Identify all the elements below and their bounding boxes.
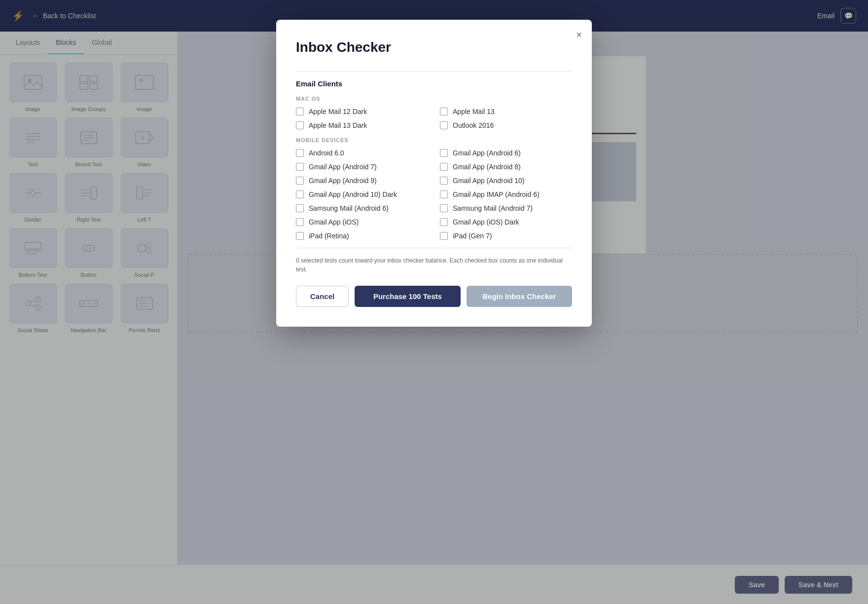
- checkbox-apple-mail-13[interactable]: [440, 108, 448, 115]
- checkbox-outlook-2016[interactable]: [440, 121, 448, 129]
- checkbox-gmail-ios[interactable]: [296, 218, 304, 226]
- checkbox-apple-mail-12-dark[interactable]: [296, 108, 304, 115]
- checkbox-gmail-android-6[interactable]: [440, 149, 448, 157]
- checkbox-row-gmail-android-6: Gmail App (Android 6): [440, 149, 572, 157]
- checkbox-row-gmail-android-9: Gmail App (Android 9): [296, 177, 428, 185]
- checkbox-row-gmail-imap-android-6: Gmail App IMAP (Android 6): [440, 190, 572, 198]
- modal-divider-top: [296, 71, 572, 72]
- mobile-checkbox-grid: Android 6.0 Gmail App (Android 6) Gmail …: [296, 149, 572, 240]
- checkbox-row-apple-mail-12-dark: Apple Mail 12 Dark: [296, 108, 428, 115]
- checkbox-samsung-android-6[interactable]: [296, 204, 304, 212]
- label-gmail-ios-dark: Gmail App (iOS) Dark: [453, 218, 519, 226]
- checkbox-row-gmail-android-7: Gmail App (Android 7): [296, 163, 428, 171]
- modal-close-button[interactable]: ×: [576, 30, 582, 39]
- mac-os-checkbox-grid: Apple Mail 12 Dark Apple Mail 13 Apple M…: [296, 108, 572, 129]
- label-ipad-retina: iPad (Retina): [309, 232, 349, 240]
- label-samsung-android-6: Samsung Mail (Android 6): [309, 204, 389, 212]
- checkbox-row-samsung-android-7: Samsung Mail (Android 7): [440, 204, 572, 212]
- checkbox-row-ipad-retina: iPad (Retina): [296, 232, 428, 240]
- label-gmail-android-9: Gmail App (Android 9): [309, 177, 377, 185]
- checkbox-row-apple-mail-13-dark: Apple Mail 13 Dark: [296, 121, 428, 129]
- checkbox-gmail-android-9[interactable]: [296, 177, 304, 185]
- checkbox-row-apple-mail-13: Apple Mail 13: [440, 108, 572, 115]
- checkbox-gmail-android-7[interactable]: [296, 163, 304, 171]
- label-gmail-android-8: Gmail App (Android 8): [453, 163, 521, 171]
- checkbox-gmail-ios-dark[interactable]: [440, 218, 448, 226]
- checkbox-gmail-android-10-dark[interactable]: [296, 190, 304, 198]
- checkbox-row-gmail-android-10: Gmail App (Android 10): [440, 177, 572, 185]
- begin-inbox-checker-button[interactable]: Begin Inbox Checker: [467, 286, 572, 307]
- checkbox-row-gmail-android-8: Gmail App (Android 8): [440, 163, 572, 171]
- checkbox-row-gmail-ios: Gmail App (iOS): [296, 218, 428, 226]
- modal-actions: Cancel Purchase 100 Tests Begin Inbox Ch…: [296, 286, 572, 307]
- checkbox-row-ipad-gen7: iPad (Gen 7): [440, 232, 572, 240]
- checkbox-apple-mail-13-dark[interactable]: [296, 121, 304, 129]
- checkbox-gmail-android-10[interactable]: [440, 177, 448, 185]
- label-outlook-2016: Outlook 2016: [453, 121, 494, 129]
- checkbox-gmail-imap-android-6[interactable]: [440, 190, 448, 198]
- label-apple-mail-13-dark: Apple Mail 13 Dark: [309, 121, 367, 129]
- modal-title: Inbox Checker: [296, 39, 572, 55]
- checkbox-ipad-retina[interactable]: [296, 232, 304, 240]
- label-gmail-android-10: Gmail App (Android 10): [453, 177, 525, 185]
- label-gmail-android-10-dark: Gmail App (Android 10) Dark: [309, 190, 397, 198]
- cancel-button[interactable]: Cancel: [296, 286, 349, 307]
- checkbox-row-samsung-android-6: Samsung Mail (Android 6): [296, 204, 428, 212]
- label-ipad-gen7: iPad (Gen 7): [453, 232, 492, 240]
- mac-os-group-label: MAC OS: [296, 96, 572, 102]
- checkbox-gmail-android-8[interactable]: [440, 163, 448, 171]
- label-gmail-ios: Gmail App (iOS): [309, 218, 359, 226]
- checkbox-row-outlook-2016: Outlook 2016: [440, 121, 572, 129]
- inbox-checker-modal: × Inbox Checker Email Clients MAC OS App…: [276, 20, 592, 327]
- checkbox-ipad-gen7[interactable]: [440, 232, 448, 240]
- label-samsung-android-7: Samsung Mail (Android 7): [453, 204, 533, 212]
- checkbox-android-6[interactable]: [296, 149, 304, 157]
- mobile-devices-group-label: MOBILE DEVICES: [296, 137, 572, 143]
- purchase-button[interactable]: Purchase 100 Tests: [355, 286, 460, 307]
- label-apple-mail-12-dark: Apple Mail 12 Dark: [309, 108, 367, 115]
- info-text: 0 selected tests count toward your inbox…: [296, 256, 572, 274]
- label-gmail-android-7: Gmail App (Android 7): [309, 163, 377, 171]
- label-apple-mail-13: Apple Mail 13: [453, 108, 495, 115]
- checkbox-row-gmail-ios-dark: Gmail App (iOS) Dark: [440, 218, 572, 226]
- modal-overlay: × Inbox Checker Email Clients MAC OS App…: [0, 0, 868, 604]
- checkbox-row-gmail-android-10-dark: Gmail App (Android 10) Dark: [296, 190, 428, 198]
- label-android-6: Android 6.0: [309, 149, 344, 157]
- checkbox-samsung-android-7[interactable]: [440, 204, 448, 212]
- email-clients-section-title: Email Clients: [296, 79, 572, 88]
- label-gmail-imap-android-6: Gmail App IMAP (Android 6): [453, 190, 540, 198]
- modal-divider-bottom: [296, 248, 572, 248]
- checkbox-row-android-6: Android 6.0: [296, 149, 428, 157]
- label-gmail-android-6: Gmail App (Android 6): [453, 149, 521, 157]
